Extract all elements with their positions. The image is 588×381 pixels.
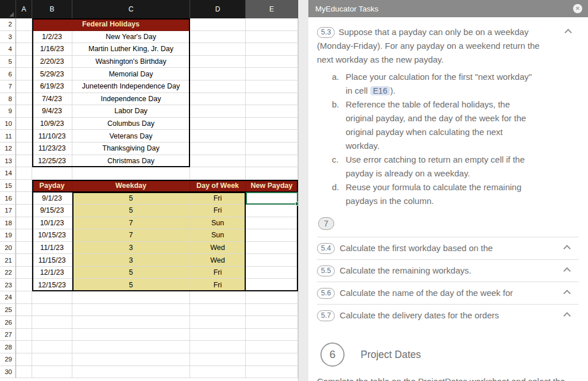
- column-header-E[interactable]: E: [246, 0, 298, 18]
- column-header-D[interactable]: D: [190, 0, 246, 18]
- row-header-18[interactable]: 18: [0, 217, 16, 230]
- cell-B26[interactable]: [32, 316, 72, 329]
- cell-E14[interactable]: [246, 167, 298, 180]
- cell-E27[interactable]: [246, 329, 298, 341]
- cell-A13[interactable]: [16, 155, 32, 168]
- cell-D27[interactable]: [190, 329, 246, 341]
- vertical-scrollbar[interactable]: [298, 0, 308, 381]
- cell-C3[interactable]: New Year's Day: [72, 31, 190, 44]
- cell-C29[interactable]: [72, 353, 190, 366]
- column-header-C[interactable]: C: [72, 0, 190, 18]
- cell-C13[interactable]: Christmas Day: [72, 155, 190, 168]
- row-header-29[interactable]: 29: [0, 353, 16, 366]
- cell-B13[interactable]: 12/25/23: [32, 155, 72, 168]
- cell-A23[interactable]: [16, 279, 32, 291]
- row-header-24[interactable]: 24: [0, 291, 16, 304]
- chevron-up-icon[interactable]: [563, 267, 571, 275]
- row-header-30[interactable]: 30: [0, 366, 16, 379]
- cell-B12[interactable]: 11/23/23: [32, 143, 72, 155]
- cell-A9[interactable]: [16, 105, 32, 118]
- chevron-up-icon[interactable]: [563, 245, 571, 252]
- cell-D10[interactable]: [190, 118, 246, 130]
- cell-E21[interactable]: [246, 254, 298, 267]
- cell-B30[interactable]: [32, 366, 72, 379]
- cell-C10[interactable]: Columbus Day: [72, 118, 190, 130]
- cell-A16[interactable]: [16, 192, 32, 205]
- cell-B11[interactable]: 11/10/23: [32, 130, 72, 143]
- task-5-7[interactable]: 5.7 Calculate the delivery dates for the…: [317, 304, 579, 326]
- cell-D18[interactable]: Sun: [190, 217, 246, 230]
- cell-C30[interactable]: [72, 366, 190, 379]
- cell-B17[interactable]: 9/15/23: [32, 205, 72, 217]
- row-header-23[interactable]: 23: [0, 279, 16, 291]
- cell-A10[interactable]: [16, 118, 32, 130]
- cell-C17[interactable]: 5: [72, 205, 190, 217]
- row-header-7[interactable]: 7: [0, 80, 16, 93]
- chevron-up-icon[interactable]: [564, 29, 572, 36]
- row-header-11[interactable]: 11: [0, 130, 16, 143]
- cell-C6[interactable]: Memorial Day: [72, 68, 190, 80]
- cell-D24[interactable]: [190, 291, 246, 304]
- cell-A14[interactable]: [16, 167, 32, 180]
- cell-E19[interactable]: [246, 229, 298, 242]
- cell-A30[interactable]: [16, 366, 32, 379]
- row-header-25[interactable]: 25: [0, 304, 16, 317]
- row-header-12[interactable]: 12: [0, 143, 16, 155]
- cell-E24[interactable]: [246, 291, 298, 304]
- cell-D13[interactable]: [190, 155, 246, 168]
- cell-D23[interactable]: Fri: [190, 279, 246, 291]
- cell-D19[interactable]: Sun: [190, 229, 246, 242]
- cell-C8[interactable]: Independence Day: [72, 93, 190, 106]
- cell-A18[interactable]: [16, 217, 32, 230]
- cell-C18[interactable]: 7: [72, 217, 190, 230]
- cell-B5[interactable]: 2/20/23: [32, 56, 72, 68]
- cell-C27[interactable]: [72, 329, 190, 341]
- cell-A29[interactable]: [16, 353, 32, 366]
- cell-A21[interactable]: [16, 254, 32, 267]
- cell-D22[interactable]: Fri: [190, 267, 246, 279]
- cell-A3[interactable]: [16, 31, 32, 44]
- cell-B23[interactable]: 12/15/23: [32, 279, 72, 291]
- payday-header-E15[interactable]: New Payday: [246, 180, 298, 193]
- row-header-4[interactable]: 4: [0, 43, 16, 56]
- cell-D5[interactable]: [190, 56, 246, 68]
- cell-D26[interactable]: [190, 316, 246, 329]
- cell-B25[interactable]: [32, 304, 72, 317]
- cell-A6[interactable]: [16, 68, 32, 80]
- cell-E23[interactable]: [246, 279, 298, 291]
- cell-C22[interactable]: 5: [72, 267, 190, 279]
- task-5-6[interactable]: 5.6 Calculate the name of the day of the…: [317, 282, 579, 304]
- payday-header-C15[interactable]: Weekday: [72, 180, 190, 193]
- row-header-26[interactable]: 26: [0, 316, 16, 329]
- cell-C4[interactable]: Martin Luther King, Jr. Day: [72, 43, 190, 56]
- row-header-8[interactable]: 8: [0, 93, 16, 106]
- cell-E5[interactable]: [246, 56, 298, 68]
- column-header-B[interactable]: B: [32, 0, 72, 18]
- cell-A11[interactable]: [16, 130, 32, 143]
- cell-D6[interactable]: [190, 68, 246, 80]
- payday-header-B15[interactable]: Payday: [32, 180, 72, 193]
- cell-A12[interactable]: [16, 143, 32, 155]
- cell-B22[interactable]: 12/1/23: [32, 267, 72, 279]
- cell-E4[interactable]: [246, 43, 298, 56]
- row-header-16[interactable]: 16: [0, 192, 16, 205]
- cell-D12[interactable]: [190, 143, 246, 155]
- cell-B19[interactable]: 10/15/23: [32, 229, 72, 242]
- cell-A22[interactable]: [16, 267, 32, 279]
- row-header-10[interactable]: 10: [0, 118, 16, 130]
- cell-A27[interactable]: [16, 329, 32, 341]
- cell-E12[interactable]: [246, 143, 298, 155]
- cell-A20[interactable]: [16, 242, 32, 255]
- row-header-22[interactable]: 22: [0, 267, 16, 279]
- column-header-A[interactable]: A: [16, 0, 32, 18]
- cell-A19[interactable]: [16, 229, 32, 242]
- cell-E9[interactable]: [246, 105, 298, 118]
- cell-A4[interactable]: [16, 43, 32, 56]
- cell-A26[interactable]: [16, 316, 32, 329]
- cell-E7[interactable]: [246, 80, 298, 93]
- cell-A17[interactable]: [16, 205, 32, 217]
- cell-D17[interactable]: Fri: [190, 205, 246, 217]
- row-header-28[interactable]: 28: [0, 341, 16, 353]
- cell-E29[interactable]: [246, 353, 298, 366]
- cell-E30[interactable]: [246, 366, 298, 379]
